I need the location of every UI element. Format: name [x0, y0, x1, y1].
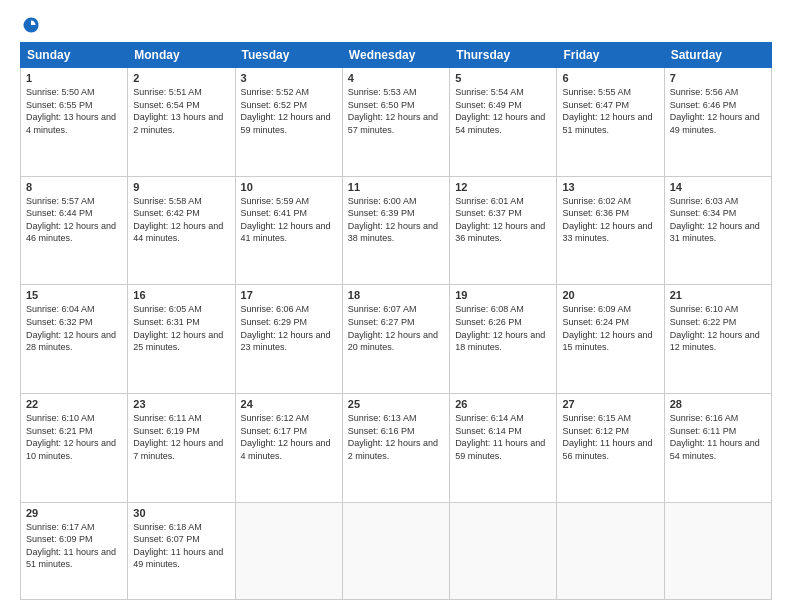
table-row: 27 Sunrise: 6:15 AM Sunset: 6:12 PM Dayl… — [557, 394, 664, 503]
table-row: 28 Sunrise: 6:16 AM Sunset: 6:11 PM Dayl… — [664, 394, 771, 503]
day-info: Sunrise: 5:56 AM Sunset: 6:46 PM Dayligh… — [670, 86, 766, 136]
day-info: Sunrise: 5:57 AM Sunset: 6:44 PM Dayligh… — [26, 195, 122, 245]
day-number: 13 — [562, 181, 658, 193]
logo-icon — [22, 16, 40, 34]
calendar-row: 15 Sunrise: 6:04 AM Sunset: 6:32 PM Dayl… — [21, 285, 772, 394]
table-row: 24 Sunrise: 6:12 AM Sunset: 6:17 PM Dayl… — [235, 394, 342, 503]
day-number: 29 — [26, 507, 122, 519]
table-row: 12 Sunrise: 6:01 AM Sunset: 6:37 PM Dayl… — [450, 176, 557, 285]
day-info: Sunrise: 6:06 AM Sunset: 6:29 PM Dayligh… — [241, 303, 337, 353]
calendar-page: Sunday Monday Tuesday Wednesday Thursday… — [0, 0, 792, 612]
day-info: Sunrise: 6:16 AM Sunset: 6:11 PM Dayligh… — [670, 412, 766, 462]
day-info: Sunrise: 5:58 AM Sunset: 6:42 PM Dayligh… — [133, 195, 229, 245]
table-row — [664, 502, 771, 599]
day-info: Sunrise: 5:50 AM Sunset: 6:55 PM Dayligh… — [26, 86, 122, 136]
day-number: 15 — [26, 289, 122, 301]
day-number: 17 — [241, 289, 337, 301]
table-row: 18 Sunrise: 6:07 AM Sunset: 6:27 PM Dayl… — [342, 285, 449, 394]
table-row — [557, 502, 664, 599]
table-row: 16 Sunrise: 6:05 AM Sunset: 6:31 PM Dayl… — [128, 285, 235, 394]
day-info: Sunrise: 5:54 AM Sunset: 6:49 PM Dayligh… — [455, 86, 551, 136]
table-row: 30 Sunrise: 6:18 AM Sunset: 6:07 PM Dayl… — [128, 502, 235, 599]
table-row: 4 Sunrise: 5:53 AM Sunset: 6:50 PM Dayli… — [342, 68, 449, 177]
logo — [20, 16, 40, 34]
day-number: 3 — [241, 72, 337, 84]
day-number: 21 — [670, 289, 766, 301]
day-number: 1 — [26, 72, 122, 84]
header-row: Sunday Monday Tuesday Wednesday Thursday… — [21, 43, 772, 68]
col-saturday: Saturday — [664, 43, 771, 68]
day-number: 28 — [670, 398, 766, 410]
day-number: 23 — [133, 398, 229, 410]
table-row — [450, 502, 557, 599]
day-info: Sunrise: 5:51 AM Sunset: 6:54 PM Dayligh… — [133, 86, 229, 136]
day-info: Sunrise: 6:07 AM Sunset: 6:27 PM Dayligh… — [348, 303, 444, 353]
table-row: 10 Sunrise: 5:59 AM Sunset: 6:41 PM Dayl… — [235, 176, 342, 285]
table-row: 15 Sunrise: 6:04 AM Sunset: 6:32 PM Dayl… — [21, 285, 128, 394]
day-number: 2 — [133, 72, 229, 84]
table-row: 1 Sunrise: 5:50 AM Sunset: 6:55 PM Dayli… — [21, 68, 128, 177]
table-row — [342, 502, 449, 599]
logo-text — [20, 16, 40, 34]
table-row: 5 Sunrise: 5:54 AM Sunset: 6:49 PM Dayli… — [450, 68, 557, 177]
table-row: 3 Sunrise: 5:52 AM Sunset: 6:52 PM Dayli… — [235, 68, 342, 177]
table-row: 8 Sunrise: 5:57 AM Sunset: 6:44 PM Dayli… — [21, 176, 128, 285]
header — [20, 16, 772, 34]
day-info: Sunrise: 6:12 AM Sunset: 6:17 PM Dayligh… — [241, 412, 337, 462]
day-info: Sunrise: 6:05 AM Sunset: 6:31 PM Dayligh… — [133, 303, 229, 353]
col-thursday: Thursday — [450, 43, 557, 68]
table-row: 26 Sunrise: 6:14 AM Sunset: 6:14 PM Dayl… — [450, 394, 557, 503]
day-number: 24 — [241, 398, 337, 410]
day-number: 16 — [133, 289, 229, 301]
calendar-row: 22 Sunrise: 6:10 AM Sunset: 6:21 PM Dayl… — [21, 394, 772, 503]
calendar-table: Sunday Monday Tuesday Wednesday Thursday… — [20, 42, 772, 600]
day-number: 7 — [670, 72, 766, 84]
col-sunday: Sunday — [21, 43, 128, 68]
table-row: 9 Sunrise: 5:58 AM Sunset: 6:42 PM Dayli… — [128, 176, 235, 285]
day-info: Sunrise: 6:04 AM Sunset: 6:32 PM Dayligh… — [26, 303, 122, 353]
day-number: 14 — [670, 181, 766, 193]
table-row: 20 Sunrise: 6:09 AM Sunset: 6:24 PM Dayl… — [557, 285, 664, 394]
day-number: 20 — [562, 289, 658, 301]
day-info: Sunrise: 6:11 AM Sunset: 6:19 PM Dayligh… — [133, 412, 229, 462]
day-info: Sunrise: 6:18 AM Sunset: 6:07 PM Dayligh… — [133, 521, 229, 571]
day-info: Sunrise: 5:59 AM Sunset: 6:41 PM Dayligh… — [241, 195, 337, 245]
day-info: Sunrise: 6:03 AM Sunset: 6:34 PM Dayligh… — [670, 195, 766, 245]
table-row: 13 Sunrise: 6:02 AM Sunset: 6:36 PM Dayl… — [557, 176, 664, 285]
day-info: Sunrise: 6:01 AM Sunset: 6:37 PM Dayligh… — [455, 195, 551, 245]
day-number: 25 — [348, 398, 444, 410]
day-number: 9 — [133, 181, 229, 193]
table-row — [235, 502, 342, 599]
day-info: Sunrise: 5:55 AM Sunset: 6:47 PM Dayligh… — [562, 86, 658, 136]
day-info: Sunrise: 6:10 AM Sunset: 6:21 PM Dayligh… — [26, 412, 122, 462]
day-info: Sunrise: 6:15 AM Sunset: 6:12 PM Dayligh… — [562, 412, 658, 462]
day-info: Sunrise: 6:00 AM Sunset: 6:39 PM Dayligh… — [348, 195, 444, 245]
day-info: Sunrise: 6:10 AM Sunset: 6:22 PM Dayligh… — [670, 303, 766, 353]
table-row: 6 Sunrise: 5:55 AM Sunset: 6:47 PM Dayli… — [557, 68, 664, 177]
calendar-row: 29 Sunrise: 6:17 AM Sunset: 6:09 PM Dayl… — [21, 502, 772, 599]
table-row: 17 Sunrise: 6:06 AM Sunset: 6:29 PM Dayl… — [235, 285, 342, 394]
day-info: Sunrise: 6:02 AM Sunset: 6:36 PM Dayligh… — [562, 195, 658, 245]
day-info: Sunrise: 6:17 AM Sunset: 6:09 PM Dayligh… — [26, 521, 122, 571]
table-row: 23 Sunrise: 6:11 AM Sunset: 6:19 PM Dayl… — [128, 394, 235, 503]
day-number: 8 — [26, 181, 122, 193]
day-number: 22 — [26, 398, 122, 410]
table-row: 7 Sunrise: 5:56 AM Sunset: 6:46 PM Dayli… — [664, 68, 771, 177]
day-number: 30 — [133, 507, 229, 519]
day-number: 6 — [562, 72, 658, 84]
day-info: Sunrise: 6:08 AM Sunset: 6:26 PM Dayligh… — [455, 303, 551, 353]
day-info: Sunrise: 6:09 AM Sunset: 6:24 PM Dayligh… — [562, 303, 658, 353]
day-number: 10 — [241, 181, 337, 193]
table-row: 22 Sunrise: 6:10 AM Sunset: 6:21 PM Dayl… — [21, 394, 128, 503]
day-number: 12 — [455, 181, 551, 193]
col-friday: Friday — [557, 43, 664, 68]
calendar-row: 1 Sunrise: 5:50 AM Sunset: 6:55 PM Dayli… — [21, 68, 772, 177]
col-monday: Monday — [128, 43, 235, 68]
table-row: 25 Sunrise: 6:13 AM Sunset: 6:16 PM Dayl… — [342, 394, 449, 503]
day-info: Sunrise: 6:14 AM Sunset: 6:14 PM Dayligh… — [455, 412, 551, 462]
col-tuesday: Tuesday — [235, 43, 342, 68]
table-row: 21 Sunrise: 6:10 AM Sunset: 6:22 PM Dayl… — [664, 285, 771, 394]
calendar-row: 8 Sunrise: 5:57 AM Sunset: 6:44 PM Dayli… — [21, 176, 772, 285]
day-number: 27 — [562, 398, 658, 410]
day-number: 4 — [348, 72, 444, 84]
